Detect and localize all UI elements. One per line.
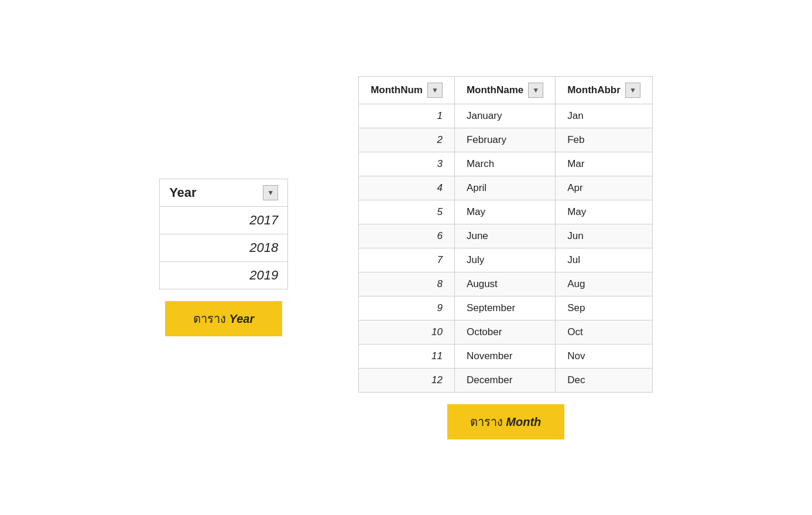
month-num-cell: 7 — [359, 248, 455, 272]
table-row: 8 August Aug — [359, 272, 653, 296]
table-row: 11 November Nov — [359, 344, 653, 368]
monthnum-dropdown-button[interactable]: ▼ — [427, 83, 443, 98]
year-rows: 201720182019 — [160, 207, 287, 289]
month-name-cell: March — [454, 152, 555, 176]
month-name-cell: April — [454, 176, 555, 200]
year-badge: ตาราง Year — [165, 301, 282, 336]
month-num-cell: 1 — [359, 104, 455, 128]
month-name-cell: October — [454, 320, 555, 344]
month-name-cell: June — [454, 224, 555, 248]
month-num-cell: 12 — [359, 368, 455, 392]
year-table: Year ▼ 201720182019 — [159, 179, 288, 289]
month-name-cell: September — [454, 296, 555, 320]
month-abbr-cell: Apr — [556, 176, 653, 200]
month-table-body: 1 January Jan 2 February Feb 3 March Mar… — [359, 104, 653, 392]
year-dropdown-button[interactable]: ▼ — [263, 185, 278, 200]
month-badge-prefix: ตาราง — [470, 415, 506, 428]
month-num-cell: 11 — [359, 344, 455, 368]
month-num-cell: 5 — [359, 200, 455, 224]
month-num-header: MonthNum ▼ — [359, 76, 455, 104]
table-row: 10 October Oct — [359, 320, 653, 344]
month-abbr-cell: Jul — [556, 248, 653, 272]
month-num-cell: 2 — [359, 128, 455, 152]
month-name-cell: February — [454, 128, 555, 152]
year-row[interactable]: 2019 — [160, 262, 287, 289]
month-abbr-cell: Jun — [556, 224, 653, 248]
month-abbr-cell: Feb — [556, 128, 653, 152]
month-abbr-cell: Sep — [556, 296, 653, 320]
month-name-cell: January — [454, 104, 555, 128]
month-section: MonthNum ▼ MonthName ▼ MonthAbbr ▼ — [358, 76, 653, 439]
year-header: Year ▼ — [160, 179, 287, 207]
table-row: 2 February Feb — [359, 128, 653, 152]
month-name-header: MonthName ▼ — [454, 76, 555, 104]
month-name-cell: August — [454, 272, 555, 296]
table-row: 9 September Sep — [359, 296, 653, 320]
month-name-cell: May — [454, 200, 555, 224]
month-num-cell: 10 — [359, 320, 455, 344]
month-name-cell: December — [454, 368, 555, 392]
table-row: 7 July Jul — [359, 248, 653, 272]
year-section: Year ▼ 201720182019 ตาราง Year — [159, 179, 288, 336]
month-abbr-cell: Jan — [556, 104, 653, 128]
table-row: 1 January Jan — [359, 104, 653, 128]
month-badge-italic: Month — [506, 415, 541, 428]
month-abbr-header: MonthAbbr ▼ — [556, 76, 653, 104]
month-table: MonthNum ▼ MonthName ▼ MonthAbbr ▼ — [358, 76, 653, 393]
month-num-cell: 8 — [359, 272, 455, 296]
table-row: 5 May May — [359, 200, 653, 224]
month-num-cell: 3 — [359, 152, 455, 176]
month-abbr-cell: Mar — [556, 152, 653, 176]
year-badge-italic: Year — [229, 312, 255, 325]
month-name-cell: July — [454, 248, 555, 272]
month-badge: ตาราง Month — [447, 404, 564, 439]
month-abbr-cell: Aug — [556, 272, 653, 296]
month-abbr-cell: Nov — [556, 344, 653, 368]
month-abbr-cell: Dec — [556, 368, 653, 392]
year-row[interactable]: 2018 — [160, 234, 287, 262]
table-row: 6 June Jun — [359, 224, 653, 248]
month-num-cell: 4 — [359, 176, 455, 200]
table-row: 3 March Mar — [359, 152, 653, 176]
table-row: 4 April Apr — [359, 176, 653, 200]
month-abbr-cell: Oct — [556, 320, 653, 344]
month-header-row: MonthNum ▼ MonthName ▼ MonthAbbr ▼ — [359, 76, 653, 104]
year-row[interactable]: 2017 — [160, 207, 287, 234]
monthname-dropdown-button[interactable]: ▼ — [528, 83, 543, 98]
year-column-label: Year — [169, 185, 197, 200]
year-badge-prefix: ตาราง — [193, 312, 229, 325]
monthabbr-dropdown-button[interactable]: ▼ — [625, 83, 640, 98]
month-abbr-cell: May — [556, 200, 653, 224]
month-num-cell: 6 — [359, 224, 455, 248]
table-row: 12 December Dec — [359, 368, 653, 392]
month-num-cell: 9 — [359, 296, 455, 320]
month-name-cell: November — [454, 344, 555, 368]
